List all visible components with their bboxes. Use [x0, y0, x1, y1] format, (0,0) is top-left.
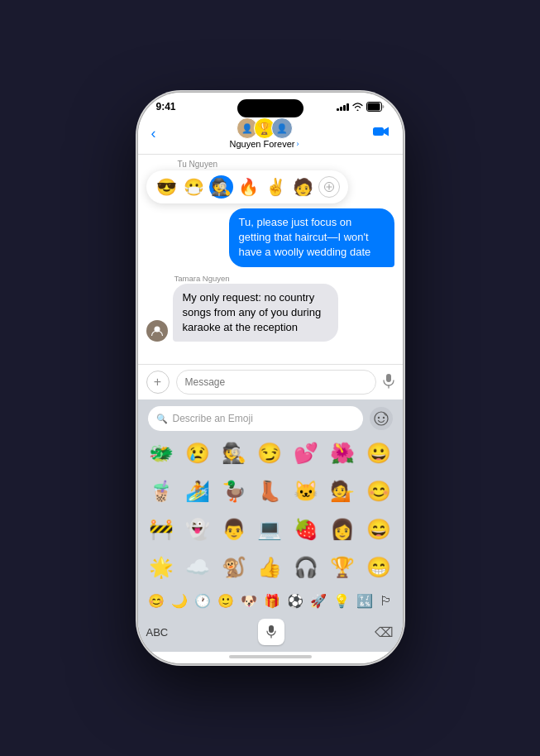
- toolbar-objects-icon[interactable]: 💡: [330, 590, 353, 612]
- emoji-headphones[interactable]: 🎧: [289, 552, 323, 583]
- sent-bubble-text: Tu, please just focus on getting that ha…: [239, 216, 371, 258]
- phone-frame: 9:41: [138, 93, 403, 663]
- emoji-search-placeholder: Describe an Emoji: [173, 413, 253, 424]
- emoji-trophy[interactable]: 🏆: [325, 552, 360, 583]
- emoji-man[interactable]: 👨: [217, 514, 251, 545]
- signal-icon: [337, 103, 349, 111]
- emoji-cloud[interactable]: ☁️: [180, 552, 215, 583]
- emoji-star[interactable]: 🌟: [145, 552, 179, 583]
- emoji-boots[interactable]: 👢: [253, 476, 288, 507]
- toolbar-animal-icon[interactable]: 🐶: [237, 590, 260, 612]
- back-button[interactable]: ‹: [151, 125, 156, 142]
- status-icons: [337, 102, 385, 112]
- message-input-bar: +: [138, 364, 403, 400]
- keyboard-toolbar: 😊 🌙 🕐 🙂 🐶 🎁 ⚽ 🚀 💡 🔣 🏳: [138, 586, 403, 615]
- emoji-strawberry[interactable]: 🍓: [289, 514, 323, 545]
- emoji-grid-row3: 🚧 👻 👨 💻 🍓 👩 😄: [138, 510, 403, 548]
- emoji-keyboard: 🔍 Describe an Emoji 🐲 �: [138, 400, 403, 652]
- attachment-button[interactable]: +: [146, 371, 170, 394]
- svg-rect-2: [373, 127, 384, 136]
- emoji-grid-row1: 🐲 😢 🕵️ 😏 💕 🌺 😀: [138, 434, 403, 472]
- received-bubble: My only request: no country songs from a…: [173, 284, 338, 342]
- emoji-monkey[interactable]: 🐒: [217, 552, 251, 583]
- home-indicator: [138, 652, 403, 663]
- search-magnifier-icon: 🔍: [156, 414, 168, 424]
- received-message-row: My only request: no country songs from a…: [146, 284, 394, 342]
- status-bar: 9:41: [138, 93, 403, 114]
- svg-point-7: [375, 412, 388, 425]
- sender2-label: Tamara Nguyen: [174, 274, 394, 283]
- emoji-ghost[interactable]: 👻: [180, 514, 215, 545]
- nav-center[interactable]: 👤 🏆 👤 Nguyen Forever ›: [230, 117, 299, 149]
- emoji-smile[interactable]: 😊: [361, 476, 396, 507]
- sender-above-label: Tu Nguyen: [178, 160, 394, 169]
- emoji-dragon[interactable]: 🐲: [145, 438, 179, 469]
- dynamic-island: [237, 99, 303, 117]
- toolbar-face-icon[interactable]: 🙂: [214, 590, 237, 612]
- emoji-grid-row2: 🧋 🏄 🦆 👢 🐱 💁 😊: [138, 472, 403, 510]
- battery-icon: [366, 102, 385, 112]
- emoji-hearts[interactable]: 💕: [289, 438, 323, 469]
- toolbar-sport-icon[interactable]: ⚽: [284, 590, 307, 612]
- toolbar-travel-icon[interactable]: 🚀: [307, 590, 330, 612]
- received-bubble-text: My only request: no country songs from a…: [183, 291, 322, 333]
- group-avatars: 👤 🏆 👤: [237, 117, 293, 139]
- keyboard-bottom-bar: ABC ⌫: [138, 615, 403, 652]
- emoji-laugh[interactable]: 😄: [361, 514, 396, 545]
- emoji-generate-button[interactable]: [370, 407, 393, 430]
- message-input[interactable]: [176, 370, 376, 395]
- group-name: Nguyen Forever: [230, 139, 295, 149]
- status-time: 9:41: [156, 101, 176, 112]
- reaction-emoji-5[interactable]: ✌️: [264, 175, 288, 199]
- reaction-emoji-1[interactable]: 😎: [155, 175, 179, 199]
- toolbar-gift-icon[interactable]: 🎁: [260, 590, 284, 612]
- emoji-surf[interactable]: 🏄: [180, 476, 215, 507]
- emoji-woman[interactable]: 👩: [325, 514, 360, 545]
- emoji-laptop[interactable]: 💻: [253, 514, 288, 545]
- svg-point-9: [382, 417, 384, 419]
- svg-rect-5: [386, 374, 391, 382]
- emoji-reaction-bar: 😎 😷 🕵️ 🔥 ✌️ 🧑: [146, 170, 348, 203]
- emoji-duck[interactable]: 🦆: [217, 476, 251, 507]
- mic-icon[interactable]: [383, 374, 394, 391]
- emoji-bubble-tea[interactable]: 🧋: [145, 476, 179, 507]
- keyboard-mic-button[interactable]: [258, 619, 284, 645]
- abc-button[interactable]: ABC: [146, 626, 169, 639]
- toolbar-emoji-icon[interactable]: 😊: [145, 590, 168, 612]
- svg-rect-1: [367, 103, 380, 111]
- emoji-thumbsup[interactable]: 👍: [253, 552, 288, 583]
- emoji-sad[interactable]: 😢: [180, 438, 215, 469]
- svg-point-8: [377, 417, 379, 419]
- emoji-smirk[interactable]: 😏: [253, 438, 288, 469]
- emoji-search-field[interactable]: 🔍 Describe an Emoji: [148, 406, 363, 431]
- emoji-beam[interactable]: 😁: [361, 552, 396, 583]
- toolbar-flags-icon[interactable]: 🏳: [376, 591, 396, 612]
- reaction-emoji-3[interactable]: 🕵️: [209, 175, 233, 199]
- sent-message-row: Tu, please just focus on getting that ha…: [146, 208, 394, 267]
- emoji-crown[interactable]: 🌺: [325, 438, 360, 469]
- toolbar-clock-icon[interactable]: 🕐: [191, 590, 214, 612]
- video-call-icon[interactable]: [373, 126, 389, 141]
- delete-key[interactable]: ⌫: [375, 624, 394, 640]
- emoji-grid-row4: 🌟 ☁️ 🐒 👍 🎧 🏆 😁: [138, 548, 403, 586]
- emoji-cat[interactable]: 🐱: [289, 476, 323, 507]
- emoji-grin[interactable]: 😀: [361, 438, 396, 469]
- emoji-info-person[interactable]: 💁: [325, 476, 360, 507]
- emoji-cone[interactable]: 🚧: [145, 514, 179, 545]
- add-reaction-button[interactable]: [318, 176, 340, 198]
- sent-bubble: Tu, please just focus on getting that ha…: [229, 208, 394, 267]
- svg-rect-10: [269, 625, 274, 633]
- reaction-emoji-2[interactable]: 😷: [182, 175, 206, 199]
- toolbar-moon-icon[interactable]: 🌙: [168, 590, 191, 612]
- reaction-emoji-4[interactable]: 🔥: [237, 175, 260, 199]
- group-name-chevron: ›: [296, 140, 299, 148]
- group-name-row: Nguyen Forever ›: [230, 139, 299, 149]
- sender2-avatar: [146, 320, 168, 342]
- phone-screen: 9:41: [138, 93, 403, 663]
- reaction-emoji-6[interactable]: 🧑: [291, 175, 315, 199]
- wifi-icon: [352, 103, 363, 111]
- home-bar: [229, 655, 312, 658]
- emoji-spy[interactable]: 🕵️: [217, 438, 251, 469]
- avatar-2: 👤: [271, 117, 293, 139]
- toolbar-symbols-icon[interactable]: 🔣: [353, 590, 376, 612]
